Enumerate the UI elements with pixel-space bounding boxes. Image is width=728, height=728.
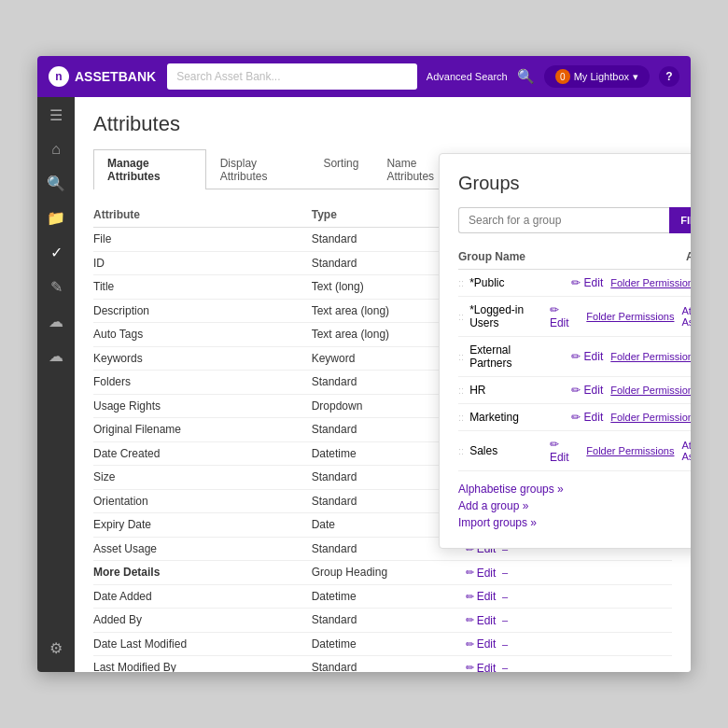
group-name-cell: ::Marketing [458, 404, 550, 431]
content-area: Attributes Manage Attributes Display Att… [75, 97, 691, 672]
attr-name: Original Filename [93, 418, 312, 442]
groups-table: Group Name Actions ::*Public✏ EditFolder… [458, 246, 691, 471]
help-button[interactable]: ? [659, 66, 679, 87]
folder-permissions-link[interactable]: Folder Permissions [610, 351, 691, 362]
groups-col-name: Group Name [458, 246, 550, 270]
attr-type: Group Heading [312, 561, 466, 585]
group-edit-link[interactable]: ✏ Edit [571, 411, 603, 424]
sidebar-icon-home[interactable]: ⌂ [51, 141, 61, 158]
extra-link: – [502, 662, 508, 672]
attr-type: Datetime [312, 632, 466, 656]
group-row: ::*Public✏ EditFolder PermissionsAtt... [458, 270, 691, 297]
filter-button[interactable]: FILTER [669, 207, 691, 233]
groups-footer-link[interactable]: Alphabetise groups » [458, 483, 691, 496]
search-icon[interactable]: 🔍 [517, 68, 535, 85]
edit-link[interactable]: ✏ Edit [466, 567, 497, 580]
attr-actions: ✏ Edit – [466, 609, 672, 633]
edit-link[interactable]: ✏ Edit [466, 662, 497, 673]
folder-permissions-link[interactable]: Folder Permissions [586, 311, 674, 322]
group-name-cell: ::*Logged-in Users [458, 297, 550, 337]
attr-type: Standard [312, 609, 466, 633]
attr-name: ID [93, 251, 312, 275]
edit-link[interactable]: ✏ Edit [466, 614, 497, 627]
attr-name: Last Modified By [93, 656, 312, 673]
attr-actions: ✏ Edit – [466, 561, 672, 585]
group-row: ::HR✏ EditFolder PermissionsAtt... [458, 377, 691, 404]
extra-link: – [502, 614, 508, 625]
sidebar-icon-menu[interactable]: ☰ [49, 106, 63, 124]
search-bar[interactable]: Search Asset Bank... [167, 63, 417, 90]
sidebar-icon-cloud1[interactable]: ☁ [49, 313, 63, 330]
drag-handle: :: [458, 351, 464, 362]
table-row: Last Modified ByStandard✏ Edit – [93, 656, 672, 673]
table-row: Date AddedDatetime✏ Edit – [93, 584, 672, 609]
group-edit-link[interactable]: ✏ Edit [571, 276, 603, 289]
group-row: ::External Partners✏ EditFolder Permissi… [458, 337, 691, 377]
lightbox-button[interactable]: 0 My Lightbox ▾ [544, 65, 650, 88]
tab-manage-attributes[interactable]: Manage Attributes [93, 149, 206, 189]
attr-name: Folders [93, 371, 312, 395]
sidebar-icon-folder[interactable]: 📁 [47, 209, 65, 227]
group-edit-link[interactable]: ✏ Edit [550, 438, 579, 464]
table-row: Date Last ModifiedDatetime✏ Edit – [93, 632, 672, 656]
attr-actions: ✏ Edit – [466, 584, 672, 609]
group-row: ::Marketing✏ EditFolder PermissionsAtt..… [458, 404, 691, 431]
groups-footer-link[interactable]: Add a group » [458, 499, 691, 512]
attr-name: Auto Tags [93, 323, 312, 347]
group-row: ::Sales✏ EditFolder PermissionsAtt... As… [458, 431, 691, 471]
group-edit-link[interactable]: ✏ Edit [550, 303, 579, 329]
sidebar-icon-settings[interactable]: ⚙ [49, 639, 63, 657]
folder-permissions-link[interactable]: Folder Permissions [610, 412, 691, 423]
chevron-down-icon: ▾ [633, 71, 638, 83]
edit-link[interactable]: ✏ Edit [466, 590, 497, 603]
attr-name: File [93, 228, 312, 252]
sidebar-icon-search[interactable]: 🔍 [47, 175, 65, 192]
attr-name: Description [93, 299, 312, 323]
sidebar-icon-cloud2[interactable]: ☁ [49, 347, 63, 365]
logo-text: ASSETBANK [75, 69, 156, 84]
attr-name: Added By [93, 609, 312, 633]
tab-sorting[interactable]: Sorting [309, 149, 372, 189]
attr-name: Expiry Date [93, 513, 312, 538]
att-link: Att... Ass... [681, 440, 691, 462]
tab-display-attributes[interactable]: Display Attributes [206, 149, 310, 189]
drag-handle: :: [458, 311, 464, 322]
attr-name: Usage Rights [93, 394, 312, 418]
group-name-cell: ::HR [458, 377, 550, 404]
attr-name: Asset Usage [93, 537, 312, 561]
attr-name: Size [93, 466, 312, 490]
nav-right: Advanced Search 🔍 0 My Lightbox ▾ ? [427, 65, 679, 88]
group-actions-cell: ✏ EditFolder PermissionsAtt... [550, 377, 691, 404]
group-name-cell: ::Sales [458, 431, 550, 471]
search-placeholder: Search Asset Bank... [176, 70, 280, 83]
sidebar: ☰ ⌂ 🔍 📁 ✓ ✎ ☁ ☁ ⚙ [37, 97, 75, 672]
folder-permissions-link[interactable]: Folder Permissions [586, 445, 674, 456]
edit-link[interactable]: ✏ Edit [466, 637, 497, 651]
sidebar-icon-check[interactable]: ✓ [50, 244, 63, 261]
attr-actions: ✏ Edit – [466, 656, 672, 673]
groups-footer: Alphabetise groups »Add a group »Import … [458, 471, 691, 529]
group-name: HR [469, 384, 485, 397]
folder-permissions-link[interactable]: Folder Permissions [610, 385, 691, 396]
att-link: Att... Ass... [681, 305, 691, 328]
groups-footer-link[interactable]: Import groups » [458, 516, 691, 529]
folder-permissions-link[interactable]: Folder Permissions [610, 277, 691, 288]
advanced-search-link[interactable]: Advanced Search [427, 71, 508, 82]
sidebar-icon-edit[interactable]: ✎ [50, 278, 63, 296]
groups-search-input[interactable] [458, 207, 669, 233]
groups-panel: Groups FILTER Group Name Actions ::*Publ… [439, 153, 691, 549]
group-edit-link[interactable]: ✏ Edit [571, 384, 603, 397]
groups-col-actions: Actions [550, 246, 691, 270]
drag-handle: :: [458, 385, 464, 396]
drag-handle: :: [458, 412, 464, 423]
group-name-cell: ::External Partners [458, 337, 550, 377]
groups-search-row: FILTER [458, 207, 691, 233]
table-row: Added ByStandard✏ Edit – [93, 609, 672, 633]
group-edit-link[interactable]: ✏ Edit [571, 350, 603, 363]
page-title: Attributes [93, 112, 672, 136]
lightbox-count: 0 [555, 69, 570, 84]
group-actions-cell: ✏ EditFolder PermissionsAtt... Ass... [550, 431, 691, 471]
group-name: *Logged-in Users [469, 303, 550, 329]
sidebar-bottom: ⚙ [49, 639, 63, 672]
attr-type: Datetime [312, 584, 466, 609]
